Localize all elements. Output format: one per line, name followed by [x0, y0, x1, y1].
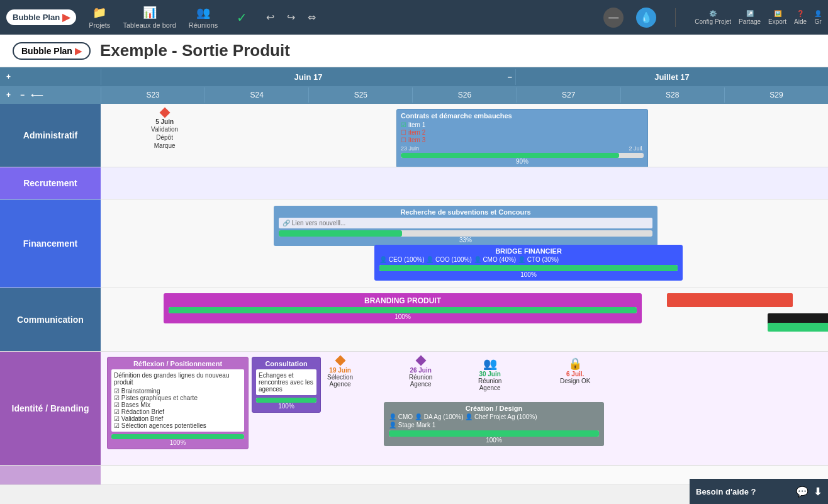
nav-item-tableaux[interactable]: 📊 Tableaux de bord [123, 6, 176, 29]
reunion-people-icon: 👥 [483, 357, 497, 371]
month-juillet: Juillet 17 [515, 69, 828, 85]
export-label: Export [768, 18, 786, 25]
progress-label-bridge: 100% [379, 271, 678, 278]
task-creation-design[interactable]: Création / Design 👤 CMO 👤 DA Ag (100%) 👤… [384, 402, 604, 446]
task-recherche-subventions[interactable]: Recherche de subventions et Concours 🔗 L… [274, 206, 657, 246]
week-s25: S25 [308, 87, 412, 103]
label-communication: Communication [0, 288, 101, 351]
task-consultation-title: Consultation [256, 360, 316, 367]
milestone-label-reunion1: RéunionAgence [409, 374, 432, 388]
content-identite: Réflexion / Positionnement Définition de… [101, 352, 828, 465]
task-consultation[interactable]: Consultation Echanges et rencontres avec… [252, 357, 321, 413]
header-logo-text: Bubble Plan [21, 46, 72, 56]
header-logo[interactable]: Bubble Plan ▶ [13, 42, 91, 60]
nav-logo-text: Bubble Plan [13, 13, 60, 22]
nav-gr[interactable]: 👤 Gr [814, 10, 822, 25]
milestone-selection-agence[interactable]: 19 Juin SélectionAgence [327, 357, 353, 388]
task-creation-title: Création / Design [389, 405, 599, 412]
task-reflexion-content: Définition des grandes lignes du nouveau… [111, 369, 244, 432]
label-financement: Financement [0, 199, 101, 288]
month-left-pad: + [0, 72, 101, 81]
row-financement: Financement Recherche de subventions et … [0, 199, 828, 288]
row-communication: Communication BRANDING PRODUIT 100% [0, 288, 828, 352]
task-branding-produit[interactable]: BRANDING PRODUIT 100% [164, 293, 642, 323]
progress-fill-recherche [279, 230, 402, 237]
content-communication: BRANDING PRODUIT 100% [101, 288, 828, 351]
gantt-body: Administratif 5 Juin ValidationDépôtMarq… [0, 104, 828, 485]
progress-label-creation: 100% [389, 437, 599, 444]
timeline-container: + Juin 17 − Juillet 17 + − ⟵ S23 S24 S25… [0, 67, 828, 499]
task-reflexion[interactable]: Réflexion / Positionnement Définition de… [107, 357, 249, 449]
milestone-date-19juin: 19 Juin [329, 367, 350, 374]
nav-projets-label: Projets [89, 21, 110, 29]
milestone-label-reunion2: RéunionAgence [478, 378, 501, 391]
progress-label-contrats: 90% [401, 158, 644, 165]
milestone-date-30juin: 30 Juin [479, 371, 500, 378]
comm-red-bar [667, 293, 793, 307]
task-end-date: 2 Juil. [629, 145, 644, 152]
nav-export[interactable]: 🖼️ Export [768, 10, 786, 25]
progress-label-consultation: 100% [256, 403, 316, 410]
arrow-lr-button[interactable]: ⇔ [308, 11, 316, 23]
check-icon: ✓ [237, 10, 247, 25]
month-juin: Juin 17 − [101, 69, 515, 85]
export-icon: 🖼️ [774, 10, 781, 17]
nav-config-projet[interactable]: ⚙️ Config Projet [695, 10, 731, 25]
expand-icon[interactable]: ⬇ [814, 486, 822, 498]
progress-track-bridge [379, 265, 678, 271]
undo-button[interactable]: ↩ [266, 11, 274, 23]
task-start-date: 23 Juin [401, 145, 419, 152]
content-administratif: 5 Juin ValidationDépôtMarque Contrats et… [101, 104, 828, 167]
reflexion-item-6: ☑ Sélection agences potentielles [114, 422, 242, 429]
progress-track-creation [389, 430, 599, 437]
reflexion-item-1: ☑ Brainstorming [114, 388, 242, 395]
nav-logo[interactable]: Bubble Plan ▶ [6, 9, 76, 25]
progress-fill-bridge [379, 265, 678, 271]
person-ceo: 👤 CEO (100%) [379, 256, 424, 263]
week-zoom-in[interactable]: + [3, 91, 14, 99]
week-zoom-out[interactable]: − [17, 91, 28, 99]
task-contrats-title: Contrats et démarche embauches [401, 112, 644, 120]
nav-partage[interactable]: ↗️ Partage [739, 10, 761, 25]
task-bridge-financier[interactable]: BRIDGE FINANCIER 👤 CEO (100%) 👤 COO (100… [374, 245, 683, 281]
nav-item-reunions[interactable]: 👥 Réunions [189, 6, 218, 29]
scroll-left-icon[interactable]: ⟵ [31, 90, 43, 100]
uncheck-icon-2: ☐ [401, 129, 406, 136]
milestone-reunion1-agence[interactable]: 26 Juin RéunionAgence [409, 357, 432, 388]
progress-track-recherche [279, 230, 652, 237]
comm-green-bar [768, 323, 828, 332]
milestone-reunion2-agence[interactable]: 👥 30 Juin RéunionAgence [478, 357, 501, 391]
milestone-design-ok[interactable]: 🔒 6 Juil. Design OK [560, 357, 590, 384]
person-da-ag: 👤 DA Ag (100%) [415, 413, 464, 420]
month-row: + Juin 17 − Juillet 17 [0, 67, 828, 86]
partage-icon: ↗️ [746, 10, 754, 17]
nav-aide[interactable]: ❓ Aide [794, 10, 807, 25]
week-left-pad: + − ⟵ [0, 90, 101, 100]
help-bar: Besoin d'aide ? 💬 ⬇ [690, 479, 828, 499]
task-recherche-title: Recherche de subventions et Concours [279, 208, 652, 216]
gr-label: Gr [814, 18, 821, 25]
user-circle-button[interactable]: — [603, 8, 624, 28]
week-s28: S28 [620, 87, 724, 103]
chat-icon[interactable]: 💬 [796, 486, 808, 498]
redo-button[interactable]: ↪ [287, 11, 295, 23]
nav-item-projets[interactable]: 📁 Projets [89, 6, 110, 29]
task-item-1: ☑ item 1 [401, 121, 644, 128]
zoom-in-button[interactable]: + [3, 72, 14, 81]
task-contrats-embauches[interactable]: Contrats et démarche embauches ☑ item 1 … [396, 109, 648, 167]
task-bridge-people: 👤 CEO (100%) 👤 COO (100%) 👤 CMO (40%) 👤 … [379, 256, 678, 263]
info-circle-button[interactable]: 💧 [636, 8, 656, 28]
purple-diamond-icon [415, 356, 426, 366]
month-juin-minus[interactable]: − [507, 72, 512, 82]
milestone-validation-depot[interactable]: 5 Juin ValidationDépôtMarque [151, 109, 178, 150]
task-item-3: ☐ item 3 [401, 137, 644, 143]
week-s24: S24 [204, 87, 308, 103]
task-consultation-content: Echanges et rencontres avec les agences [256, 369, 316, 395]
week-s26: S26 [412, 87, 516, 103]
progress-label-reflexion: 100% [111, 439, 244, 446]
person-coo: 👤 COO (100%) [426, 256, 472, 263]
reflexion-description: Définition des grandes lignes du nouveau… [114, 372, 242, 386]
label-administratif: Administratif [0, 104, 101, 167]
week-s29: S29 [724, 87, 828, 103]
task-branding-title: BRANDING PRODUIT [169, 296, 637, 305]
